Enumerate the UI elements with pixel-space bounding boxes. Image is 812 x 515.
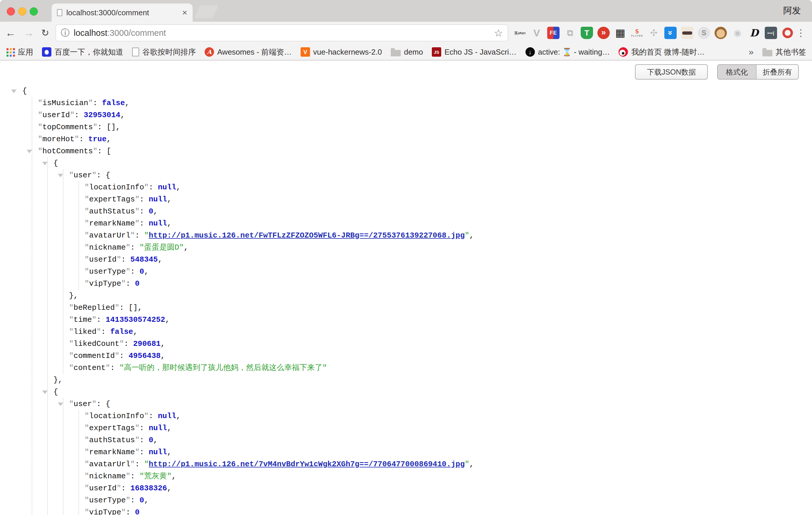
page-icon xyxy=(132,48,139,56)
bookmark-item[interactable]: 谷歌按时间排序 xyxy=(132,47,196,57)
bookmark-item[interactable]: AAwesomes - 前端资… xyxy=(205,47,292,57)
json-token: content xyxy=(74,364,106,372)
o-icon[interactable] xyxy=(781,27,794,39)
json-token: : xyxy=(121,255,130,264)
minimize-window-button[interactable] xyxy=(18,7,26,16)
json-token: " xyxy=(69,351,74,360)
json-token: null xyxy=(149,424,167,432)
indent-guide xyxy=(32,97,32,515)
json-token: false xyxy=(102,99,125,108)
d-icon[interactable]: D xyxy=(748,27,760,39)
json-line: "topComments": [], xyxy=(0,121,812,133)
json-token: : xyxy=(130,267,140,276)
json-token: " xyxy=(85,207,89,216)
json-url-link[interactable]: http://p1.music.126.net/7vM4nvBdrYw1cWgk… xyxy=(149,460,465,468)
reload-button[interactable]: ↻ xyxy=(37,22,53,44)
bookmark-item[interactable]: 百度一下，你就知道 xyxy=(42,47,123,57)
fe-icon[interactable]: FE xyxy=(547,27,559,39)
json-token: " xyxy=(135,448,140,457)
screenshot-root: { "window": { "profile_name": "阿发" }, "t… xyxy=(0,0,812,515)
json-token: " xyxy=(85,255,89,264)
other-bookmarks-folder[interactable]: 其他书签 xyxy=(762,47,806,57)
tab-close-icon[interactable]: × xyxy=(182,8,187,18)
collapse-triangle-icon[interactable] xyxy=(11,90,17,93)
json-token: : xyxy=(119,351,128,360)
json-token: , xyxy=(144,496,149,505)
url-text[interactable]: localhost:3000/comment xyxy=(74,28,166,38)
json-token: : [], xyxy=(97,123,120,132)
page-info-icon[interactable]: ⓘ xyxy=(61,27,69,39)
json-token: : xyxy=(126,279,135,288)
json-token: : xyxy=(101,327,110,336)
json-token: " xyxy=(85,219,89,228)
json-line: "likedCount": 290681, xyxy=(0,338,812,350)
json-token: "高一听的，那时候遇到了孩儿他妈，然后就这么幸福下来了" xyxy=(119,364,327,372)
tab-localhost-comment[interactable]: localhost:3000/comment × xyxy=(52,3,193,22)
mask-icon[interactable] xyxy=(681,27,693,39)
json-token: " xyxy=(144,183,149,192)
profile-name[interactable]: 阿发 xyxy=(783,5,801,17)
json-token: " xyxy=(85,448,89,457)
fullscreen-window-button[interactable] xyxy=(30,7,38,16)
json-token: authStatus xyxy=(89,436,135,445)
bookmark-star-icon[interactable]: ☆ xyxy=(494,27,503,39)
extension-icons-row: 英⇄enVFE⧉T»▦5PLAYER✣»S◉D•••| xyxy=(514,27,794,39)
json-token: " xyxy=(92,315,96,324)
collapse-triangle-icon[interactable] xyxy=(58,403,63,406)
html5-player-icon[interactable]: 5PLAYER xyxy=(631,27,643,39)
vue-orange-icon: V xyxy=(300,47,310,57)
json-line: "hotComments": [ xyxy=(0,145,812,158)
json-token: beReplied xyxy=(74,303,115,312)
bookmark-item[interactable]: ↓active: ⌛ - waiting… xyxy=(525,47,610,57)
double-chevron-icon[interactable]: » xyxy=(664,27,677,39)
password-icon[interactable]: •••| xyxy=(765,27,777,39)
vue-icon[interactable]: V xyxy=(530,27,543,39)
bookmark-item[interactable]: 应用 xyxy=(6,47,33,57)
json-token: : xyxy=(96,315,106,324)
format-button[interactable]: 格式化 xyxy=(718,65,756,79)
collapse-triangle-icon[interactable] xyxy=(42,162,48,165)
json-token: { xyxy=(53,159,58,168)
paw-icon[interactable]: ✣ xyxy=(647,27,660,39)
json-token: : xyxy=(130,496,140,505)
json-token: : [], xyxy=(119,303,142,312)
bird-icon[interactable]: ◉ xyxy=(731,27,744,39)
collapse-all-button[interactable]: 折叠所有 xyxy=(756,65,798,79)
bookmarks-overflow-icon[interactable]: » xyxy=(749,47,754,57)
back-button[interactable]: ← xyxy=(3,22,18,44)
json-line: }, xyxy=(0,374,812,386)
address-bar[interactable]: ⓘ localhost:3000/comment ☆ xyxy=(56,24,508,41)
collapse-triangle-icon[interactable] xyxy=(27,150,32,153)
download-json-button[interactable]: 下载JSON数据 xyxy=(635,64,708,80)
collapse-triangle-icon[interactable] xyxy=(42,391,48,394)
json-token: nickname xyxy=(89,472,126,481)
close-window-button[interactable] xyxy=(7,7,15,16)
bird-icon-glyph: ◉ xyxy=(734,28,741,37)
download-circle-icon-glyph: ↓ xyxy=(528,49,532,55)
qr-code-icon[interactable]: ▦ xyxy=(614,27,627,39)
sitemap-icon[interactable]: ⧉ xyxy=(564,27,576,39)
collapse-triangle-icon[interactable] xyxy=(58,174,63,177)
bookmark-item[interactable]: demo xyxy=(391,48,423,57)
json-token: : xyxy=(130,472,140,481)
json-token: " xyxy=(135,195,140,204)
page-content: 下载JSON数据 格式化 折叠所有 {"isMusician": false,"… xyxy=(0,61,812,515)
bookmark-item[interactable]: JSEcho JS - JavaScri… xyxy=(432,47,517,57)
chrome-menu-icon[interactable]: ⋮ xyxy=(794,22,808,44)
json-token: " xyxy=(75,135,79,144)
translate-icon[interactable]: 英⇄en xyxy=(514,27,526,39)
json-url-link[interactable]: http://p1.music.126.net/FwTFLzZFZOZO5WFL… xyxy=(149,231,465,240)
bookmark-item[interactable]: Vvue-hackernews-2.0 xyxy=(300,47,382,57)
tampermonkey-icon[interactable]: T xyxy=(581,27,593,39)
json-line: "vipType": 0 xyxy=(0,278,812,290)
json-token: 1413530574252 xyxy=(106,315,165,324)
fe-icon-glyph: FE xyxy=(550,30,557,35)
json-line: "time": 1413530574252, xyxy=(0,314,812,326)
fast-forward-icon[interactable]: » xyxy=(598,27,610,39)
json-token: : xyxy=(79,135,88,144)
bookmark-item[interactable]: 我的首页 微博-随时… xyxy=(618,47,704,57)
s-icon[interactable]: S xyxy=(698,27,710,39)
new-tab-button[interactable] xyxy=(194,5,219,18)
json-token: : xyxy=(140,219,149,228)
monkey-icon[interactable] xyxy=(715,27,727,39)
